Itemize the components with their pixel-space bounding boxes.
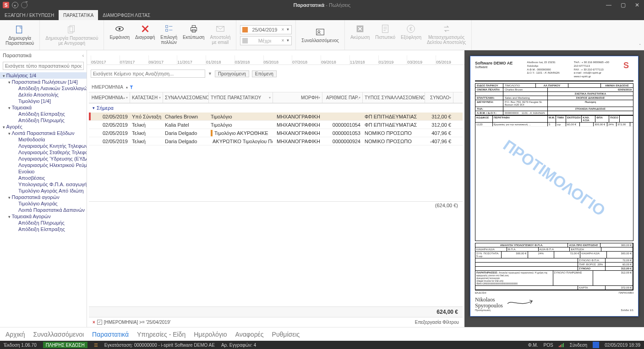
table-row[interactable]: 02/05/2019ΤελικήKalia PatelΤιμολόγιοΜΗΧΑ… [89,121,463,129]
tree-node-cash[interactable]: Ταμειακά [0,104,87,111]
nav-home[interactable]: Αρχική [5,331,25,338]
timeline[interactable]: 05/201707/201709/201711/201701/201803/20… [87,50,464,65]
multi-select-button[interactable]: Επιλογή πολλών [158,23,179,46]
tree-node-sales-docs[interactable]: Παραστατικά Πωλήσεων [1/4] [0,79,87,85]
table-row[interactable]: 02/05/2019ΤελικήDaria DelgadoΤιμολόγιο Α… [89,129,463,137]
tree-leaf-receipt[interactable]: Απόδειξη Είσπραξης [0,111,87,117]
minimize-button[interactable]: — [604,2,613,8]
delete-button[interactable]: Διαγραφή [133,23,157,41]
col-date[interactable]: ΗΜΕΡΟΜΗΝΙΑ▴ ▾ [91,92,130,103]
burger-icon[interactable]: ☰ [94,343,98,348]
clear-filter-icon[interactable]: × [93,320,95,325]
tree-node-expenses[interactable]: Λοιπά Παραστατικά Εξόδων [0,130,87,136]
svg-rect-7 [191,27,196,31]
tree-node-purch-cash[interactable]: Ταμειακά Αγορών [0,213,87,220]
pay-button[interactable]: € Εξόφληση [399,23,423,41]
nav-calendar[interactable]: Ημερολόγιο [194,331,227,338]
tree-leaf[interactable]: Λοιπά Παραστατικά Δαπανών [0,207,87,213]
ribbon: Δημιουργία Παραστατικού Δημιουργία Παρασ… [0,20,644,50]
sidebar-tree: Πωλήσεις 1/4 Παραστατικά Πωλήσεων [1/4] … [0,71,87,327]
tab-list-config[interactable]: ΔΙΑΜΟΡΦΩΣΗ ΛΙΣΤΑΣ [98,10,155,20]
nav-parties[interactable]: Συναλλασσόμενοι [33,331,84,338]
filter-checkbox[interactable]: ✓ [97,320,102,325]
grid-search-input[interactable] [91,70,205,78]
email-button[interactable]: Αποστολή με email [208,23,232,46]
tree-leaf[interactable]: Λογαριασμός Σταθερής Τηλεφωνίας [0,149,87,156]
view-button[interactable]: Εμφάνιση [108,23,131,41]
filter-expression: [ΗΜΕΡΟΜΗΝΙΑ] >= '25/04/2019' [104,320,171,325]
table-row[interactable]: 02/05/2019ΤελικήDaria DelgadoΑΚΥΡΩΤΙΚΟ Τ… [89,137,463,145]
next-button[interactable]: Επόμενη [252,70,277,77]
tree-leaf-retail[interactable]: Απόδειξη Λιανικών Συναλλαγών [0,85,87,91]
tree-leaf[interactable]: Απόδειξη Πληρωμής [0,220,87,226]
group-panel[interactable]: ΗΜΕΡΟΜΗΝΙΑ [89,82,463,92]
tree-leaf[interactable]: Τιμολόγιο Αγοράς Από Ιδιώτη [0,188,87,194]
datetime-label: 02/05/2019 18:39 [605,343,640,348]
close-button[interactable]: ✕ [633,2,641,8]
tree-leaf[interactable]: Ενοίκιο [0,168,87,175]
refresh-icon[interactable] [21,2,27,8]
nav-settings[interactable]: Ρυθμίσεις [272,331,300,338]
party-filter-button[interactable]: Συναλλασσόμενος [300,26,341,44]
sidebar-search-input[interactable] [3,62,84,70]
create-copy-button[interactable]: Δημιουργία Παραστατικού με Αντιγραφή [44,24,100,47]
document-icon [380,24,390,34]
fm-label[interactable]: Φ.Μ. [528,343,538,348]
tree-leaf[interactable]: Υπολογισμός Φ.Π.Α. εισαγωγής [0,181,87,188]
arrows-icon [442,24,452,34]
print-button[interactable]: Εκτύπωση [181,23,206,41]
date-from-input[interactable]: 25/04/2019×▼ [240,25,292,34]
tree-leaf[interactable]: Αποσβέσεις [0,175,87,181]
ribbon-expand-icon[interactable]: ˄ [639,43,641,48]
pos-label[interactable]: POS [544,343,553,348]
prev-button[interactable]: Προηγούμενη [215,70,249,77]
col-num[interactable]: ΑΡΙΘΜΟΣ ΠΑΡ.▾ [322,92,363,103]
tree-leaf[interactable]: Μισθοδοσία [0,136,87,143]
tree-leaf[interactable]: Απόδειξη Είσπραξης [0,226,87,232]
clear-date-icon[interactable]: × [282,27,284,32]
table-row[interactable]: 02/05/2019Υπό ΣύνταξηCharles BrownΤιμολό… [89,113,463,121]
nav-services[interactable]: Υπηρεσίες - Είδη [137,331,186,338]
email-icon [215,24,225,34]
col-total[interactable]: ΣΥΝΟΛΟ▾ [425,92,453,103]
notification-icon[interactable] [593,342,599,348]
tree-leaf-dispatch[interactable]: Δελτίο Αποστολής [0,91,87,98]
col-party[interactable]: ΣΥΝΑΛΛΑΣΣΟΜΕΝΟΣ▾ [163,92,209,103]
sidebar-collapse-icon[interactable]: ‹ [82,53,84,58]
tree-node-sales[interactable]: Πωλήσεις 1/4 [0,72,87,79]
col-status[interactable]: ΚΑΤΑΣΤΑΣΗ▾ [130,92,163,103]
tree-leaf[interactable]: Λογαριασμός Ύδρευσης (ΕΥΔΑΠ κοκ) [0,156,87,162]
tree-node-purch-docs[interactable]: Παραστατικά αγορών [0,194,87,200]
record-count: Αρ. Εγγραφών: 4 [221,343,256,348]
maximize-button[interactable]: ▢ [619,2,628,8]
nav-documents[interactable]: Παραστατικά [92,331,129,338]
install-label: Εγκατάσταση: 000000000 - i-spirit Softwa… [104,343,215,348]
tree-leaf-payment[interactable]: Απόδειξη Πληρωμής [0,117,87,123]
cancel-button[interactable]: Ακύρωση [349,23,371,41]
language-icon[interactable] [12,2,18,8]
titlebar: S Παραστατικά - Πωλήσεις — ▢ ✕ [0,0,644,10]
col-form[interactable]: ΜΟΡΦΗ▾ [273,92,322,103]
tab-export-print[interactable]: ΕΞΑΓΩΓΗ / ΕΚΤΥΠΩΣΗ [0,10,59,20]
tree-leaf[interactable]: Τιμολόγιο Αγοράς [0,200,87,207]
tree-leaf-invoice[interactable]: Τιμολόγιο [1/4] [0,98,87,104]
svg-rect-17 [559,346,560,347]
transform-button[interactable]: Μετασχηματισμός Δελτίου Αποστολής [425,23,468,46]
tree-leaf[interactable]: Λογαριασμός Ηλεκτρικού Ρεύματος [0,162,87,168]
calendar-icon [242,38,248,43]
tab-documents[interactable]: ΠΑΡΑΣΤΑΤΙΚΑ [59,10,98,20]
col-doc[interactable]: ΤΥΠΟΣ ΠΑΡΑΣΤΑΤΙΚΟΥ▾ [209,92,273,103]
edit-filter-link[interactable]: Επεξεργασία Φίλτρου [415,320,459,325]
date-to-input[interactable]: Μέχρι×▼ [240,36,292,45]
connection-label[interactable]: Σύνδεση [570,343,587,348]
app-logo-icon: S [3,2,9,8]
create-doc-button[interactable]: Δημιουργία Παραστατικού [4,24,36,47]
sidebar: Παραστατικά‹ Πωλήσεις 1/4 Παραστατικά Πω… [0,50,87,327]
tree-node-purchases[interactable]: Αγορές [0,123,87,130]
nav-reports[interactable]: Αναφορές [235,331,264,338]
tree-leaf[interactable]: Λογαριασμός Κινητής Τηλεφωνίας [0,143,87,149]
col-ptype[interactable]: ΤΥΠΟΣ ΣΥΝΑΛΛΑΣΣΟΜΕΝΟΥ▾ [363,92,425,103]
signal-icon [559,343,564,347]
clear-date-icon[interactable]: × [282,38,284,43]
credit-button[interactable]: Πιστωτικό [373,23,397,41]
